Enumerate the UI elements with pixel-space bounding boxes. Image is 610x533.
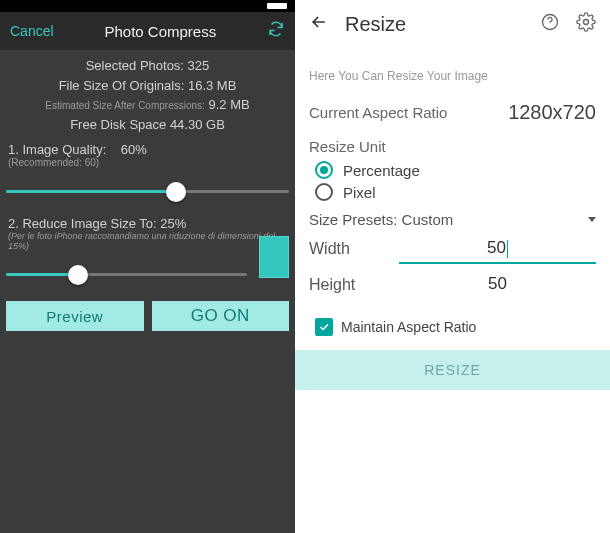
quality-value: 60% [121, 142, 147, 157]
maintain-label: Maintain Aspect Ratio [341, 319, 476, 335]
size-presets-dropdown[interactable]: Size Presets: Custom [309, 211, 596, 228]
resize-button[interactable]: RESIZE [295, 350, 610, 390]
free-value: 44.30 GB [170, 117, 225, 132]
quality-section: 1. Image Quality: 60% (Recommended: 60) [0, 136, 295, 168]
orig-value: 16.3 MB [188, 78, 236, 93]
radio-pixel[interactable]: Pixel [315, 183, 596, 201]
radio-percentage-label: Percentage [343, 162, 420, 179]
est-value: 9.2 MB [208, 97, 249, 112]
quality-slider[interactable] [6, 174, 289, 210]
compress-panel: Cancel Photo Compress Selected Photos: 3… [0, 0, 295, 533]
height-label: Height [309, 276, 399, 294]
back-icon[interactable] [309, 12, 329, 36]
radio-icon [315, 161, 333, 179]
selected-count: 325 [188, 58, 210, 73]
selected-label: Selected Photos: [86, 58, 184, 73]
aspect-label: Current Aspect Ratio [309, 104, 447, 121]
radio-icon [315, 183, 333, 201]
preview-swatch [259, 236, 289, 278]
orig-label: File Size Of Originals: [59, 78, 185, 93]
height-input[interactable]: 50 [399, 270, 596, 300]
help-icon[interactable] [540, 12, 560, 36]
size-hint: (Per le foto iPhone raccomandiamo una ri… [0, 231, 295, 251]
top-bar: Cancel Photo Compress [0, 12, 295, 50]
cancel-button[interactable]: Cancel [10, 23, 54, 39]
svg-point-1 [584, 20, 589, 25]
resize-title: Resize [345, 13, 524, 36]
size-section: 2. Reduce Image Size To: 25% [0, 210, 295, 231]
radio-pixel-label: Pixel [343, 184, 376, 201]
resize-subtitle: Here You Can Resize Your Image [309, 69, 596, 83]
width-input[interactable]: 50 [399, 234, 596, 264]
preview-button[interactable]: Preview [6, 301, 144, 331]
preset-label: Size Presets: [309, 211, 397, 228]
size-label: 2. Reduce Image Size To: [8, 216, 157, 231]
status-bar [0, 0, 295, 12]
preset-value: Custom [402, 211, 454, 228]
unit-label: Resize Unit [309, 138, 596, 155]
width-label: Width [309, 240, 399, 258]
quality-recommended: (Recommended: 60) [8, 157, 287, 168]
aspect-value: 1280x720 [508, 101, 596, 124]
refresh-icon[interactable] [267, 20, 285, 42]
resize-top-bar: Resize [295, 0, 610, 51]
free-label: Free Disk Space [70, 117, 166, 132]
maintain-aspect-checkbox[interactable]: Maintain Aspect Ratio [315, 318, 596, 336]
radio-percentage[interactable]: Percentage [315, 161, 596, 179]
est-label: Estimated Size After Compressions: [45, 100, 205, 111]
resize-panel: Resize Here You Can Resize Your Image Cu… [295, 0, 610, 533]
button-row: Preview GO ON [0, 293, 295, 339]
size-slider[interactable] [6, 257, 247, 293]
quality-label: 1. Image Quality: [8, 142, 106, 157]
size-value: 25% [160, 216, 186, 231]
checkbox-icon [315, 318, 333, 336]
chevron-down-icon [588, 217, 596, 222]
app-title: Photo Compress [104, 23, 216, 40]
go-on-button[interactable]: GO ON [152, 301, 290, 331]
info-block: Selected Photos: 325 File Size Of Origin… [0, 50, 295, 136]
gear-icon[interactable] [576, 12, 596, 36]
